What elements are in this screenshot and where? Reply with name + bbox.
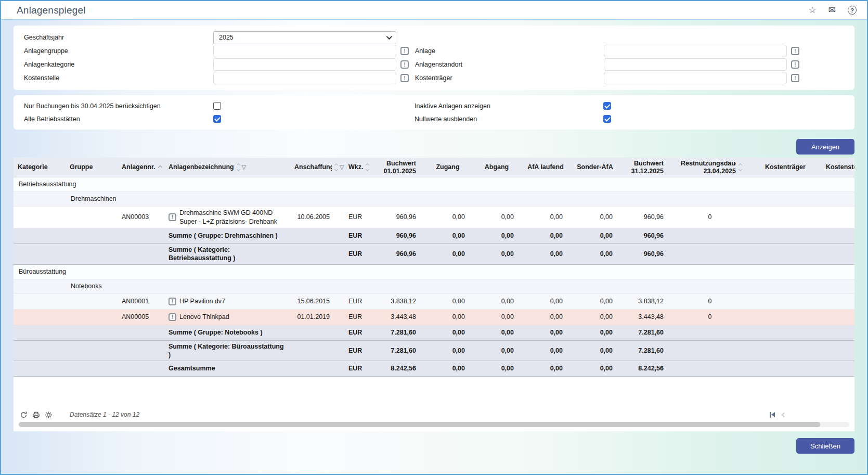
asset-detail-icon[interactable]: ! bbox=[169, 298, 176, 305]
cell-kostentraeger bbox=[749, 300, 822, 303]
cell-kostenstelle bbox=[822, 367, 854, 370]
anlage-input[interactable] bbox=[604, 45, 787, 57]
table-row-group: Drehmaschinen bbox=[14, 192, 854, 207]
asset-detail-icon[interactable]: ! bbox=[169, 213, 176, 221]
sort-icon[interactable] bbox=[366, 164, 369, 171]
cell-kostenstelle bbox=[822, 331, 854, 334]
table-row-sum: Summe ( Gruppe: Notebooks )EUR7.281,600,… bbox=[14, 325, 854, 341]
geschaeftsjahr-select[interactable]: 2025 bbox=[213, 31, 396, 44]
kostentraeger-input[interactable] bbox=[604, 72, 787, 84]
cell-sonder: 0,00 bbox=[570, 211, 620, 223]
anzeigen-button[interactable]: Anzeigen bbox=[796, 139, 854, 155]
anlagenkategorie-input[interactable] bbox=[213, 58, 396, 71]
kostentraeger-lookup-icon[interactable]: ! bbox=[791, 74, 799, 82]
cell-restnutzung: 0 bbox=[671, 311, 749, 323]
cell-kostentraeger bbox=[749, 367, 822, 370]
cell-buchwert1: 960,96 bbox=[371, 248, 423, 260]
cell-zugang: 0,00 bbox=[423, 230, 472, 241]
anlagenstandort-lookup-icon[interactable]: ! bbox=[791, 60, 799, 69]
horizontal-scrollbar[interactable] bbox=[19, 422, 849, 427]
anlagenstandort-label: Anlagenstandort bbox=[409, 61, 604, 68]
anlagengruppe-input[interactable] bbox=[213, 45, 396, 57]
cell-zugang: 0,00 bbox=[423, 211, 472, 223]
envelope-icon[interactable]: ✉ bbox=[828, 6, 836, 15]
anlagengruppe-lookup-icon[interactable]: ! bbox=[400, 47, 409, 55]
sort-icon[interactable] bbox=[335, 164, 338, 171]
table-row-detail[interactable]: AN00001!HP Pavilion dv715.06.2015EUR3.83… bbox=[14, 294, 854, 310]
cell-wkz: EUR bbox=[344, 363, 371, 374]
scrollbar-thumb[interactable] bbox=[19, 422, 820, 427]
asset-detail-icon[interactable]: ! bbox=[169, 313, 176, 321]
table-header-row: KategorieGruppeAnlagennr.Anlagenbezeichn… bbox=[14, 158, 854, 177]
cell-kategorie bbox=[14, 216, 66, 219]
column-header-kostentraeger: Kostenträger bbox=[749, 162, 822, 172]
cell-buchwert2: 3.443,48 bbox=[620, 311, 671, 323]
anlagenstandort-input[interactable] bbox=[604, 58, 787, 71]
cell-empty bbox=[14, 331, 164, 334]
sort-ascending-icon[interactable] bbox=[159, 166, 162, 169]
table-row-sum: Summe ( Kategorie: Betriebsausstattung )… bbox=[14, 244, 854, 265]
cell-sonder: 0,00 bbox=[570, 248, 620, 260]
cell-anschaffung bbox=[290, 331, 344, 334]
sum-label: Summe ( Kategorie: Betriebsausstattung ) bbox=[164, 244, 290, 264]
table-row-grand: GesamtsummeEUR8.242,560,000,000,000,008.… bbox=[14, 361, 854, 377]
cell-buchwert1: 960,96 bbox=[371, 211, 423, 223]
cell-gruppe bbox=[66, 216, 118, 219]
column-header-bezeichnung[interactable]: Anlagenbezeichnung▽ bbox=[164, 162, 290, 172]
cell-sonder: 0,00 bbox=[570, 311, 620, 323]
favorite-star-icon[interactable]: ☆ bbox=[809, 6, 817, 15]
cell-afa: 0,00 bbox=[521, 345, 570, 356]
help-icon[interactable]: ? bbox=[848, 6, 857, 15]
cell-abgang: 0,00 bbox=[472, 363, 521, 374]
print-icon[interactable] bbox=[32, 411, 40, 419]
filter-panel: Geschäftsjahr 2025 Anlagengruppe ! Anlag… bbox=[14, 25, 854, 90]
sort-icon[interactable] bbox=[237, 164, 240, 171]
cell-zugang: 0,00 bbox=[423, 327, 472, 338]
column-header-restnutzung[interactable]: Restnutzungsdauer23.04.2025 bbox=[671, 159, 749, 176]
column-header-afa: AfA laufend bbox=[521, 162, 570, 172]
column-header-anlagennr[interactable]: Anlagennr. bbox=[118, 162, 164, 172]
schliessen-button[interactable]: Schließen bbox=[796, 438, 854, 454]
cell-abgang: 0,00 bbox=[472, 327, 521, 338]
table-row-sum: Summe ( Kategorie: Büroausstattung )EUR7… bbox=[14, 341, 854, 362]
anlage-lookup-icon[interactable]: ! bbox=[791, 47, 799, 55]
cell-restnutzung: 0 bbox=[671, 296, 749, 307]
column-header-gruppe: Gruppe bbox=[66, 162, 118, 172]
anlagenkategorie-label: Anlagenkategorie bbox=[20, 61, 213, 68]
kostenstelle-input[interactable] bbox=[213, 72, 396, 84]
table-row-group: Notebooks bbox=[14, 279, 854, 294]
cell-abgang: 0,00 bbox=[472, 345, 521, 356]
first-page-icon[interactable] bbox=[770, 412, 775, 418]
cell-abgang: 0,00 bbox=[472, 230, 521, 241]
filter-icon[interactable]: ▽ bbox=[242, 164, 246, 170]
options-row-1: Nur Buchungen bis 30.04.2025 berücksicht… bbox=[20, 99, 848, 112]
cell-anschaffung: 15.06.2015 bbox=[290, 296, 344, 307]
nur-buchungen-checkbox[interactable] bbox=[213, 102, 221, 110]
cell-sonder: 0,00 bbox=[570, 230, 620, 241]
table-row-detail[interactable]: AN00005!Lenovo Thinkpad01.01.2019EUR3.44… bbox=[14, 310, 854, 325]
anlagenkategorie-lookup-icon[interactable]: ! bbox=[400, 60, 409, 69]
cell-buchwert1: 7.281,60 bbox=[371, 327, 423, 338]
cell-wkz: EUR bbox=[344, 230, 371, 241]
previous-page-icon[interactable] bbox=[782, 412, 787, 417]
app-window: Anlagenspiegel ☆ ✉ ? Geschäftsjahr 2025 … bbox=[0, 0, 868, 475]
table-row-detail[interactable]: AN00003!Drehmaschine SWM GD 400ND Super … bbox=[14, 207, 854, 228]
inaktive-anlagen-checkbox[interactable] bbox=[603, 102, 611, 110]
refresh-icon[interactable] bbox=[20, 411, 28, 419]
column-header-wkz[interactable]: Wkz. bbox=[344, 162, 371, 172]
alle-betriebsstaetten-checkbox[interactable] bbox=[213, 115, 221, 123]
settings-gear-icon[interactable] bbox=[45, 411, 53, 419]
nullwerte-checkbox[interactable] bbox=[603, 115, 611, 123]
column-header-anschaffung[interactable]: Anschaffungsdatum▽ bbox=[290, 162, 344, 172]
cell-anlagennr: AN00003 bbox=[118, 211, 164, 223]
cell-kostentraeger bbox=[749, 315, 822, 318]
kostenstelle-lookup-icon[interactable]: ! bbox=[400, 74, 409, 82]
cell-anschaffung: 10.06.2005 bbox=[290, 211, 344, 223]
cell-afa: 0,00 bbox=[521, 327, 570, 338]
records-count-text: Datensätze 1 - 12 von 12 bbox=[70, 411, 139, 418]
cell-buchwert2: 8.242,56 bbox=[620, 363, 671, 374]
cell-gruppe bbox=[66, 315, 118, 318]
sort-icon[interactable] bbox=[739, 164, 742, 171]
table-row-category: Büroausstattung bbox=[14, 265, 854, 279]
filter-icon[interactable]: ▽ bbox=[340, 164, 344, 170]
